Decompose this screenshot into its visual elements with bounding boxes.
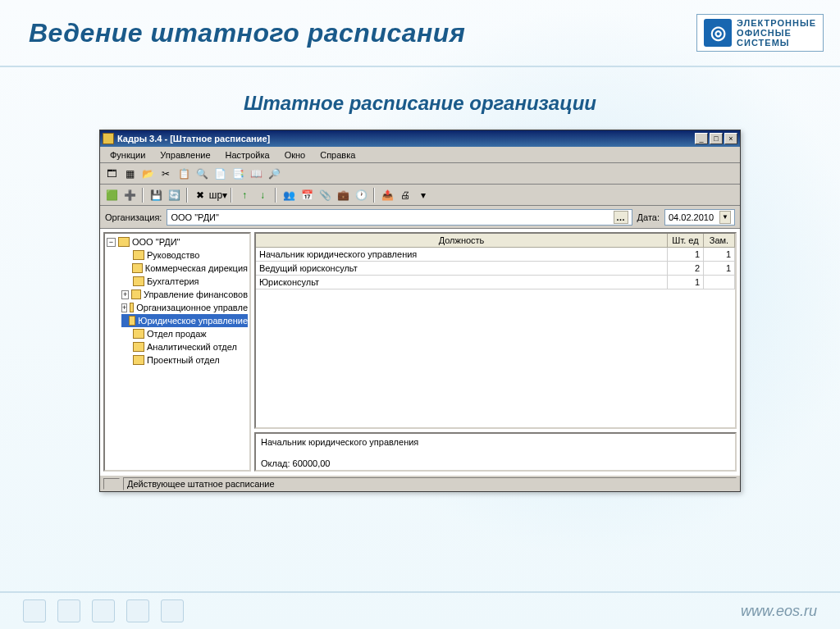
briefcase-icon[interactable]: 💼 [335, 187, 351, 203]
slide-title: Ведение штатного расписания [29, 18, 465, 48]
maximize-button[interactable]: □ [710, 133, 723, 144]
slide-subtitle: Штатное расписание организации [0, 92, 840, 115]
table-row[interactable]: Ведущий юрисконсульт21 [256, 262, 735, 276]
positions-grid[interactable]: Должность Шт. ед Зам. Начальник юридичес… [254, 232, 737, 429]
org-tree[interactable]: − ООО "РДИ" РуководствоКоммерческая дире… [103, 232, 251, 472]
expand-icon[interactable]: + [121, 290, 129, 299]
expand-icon[interactable]: + [121, 303, 127, 312]
toggle-icon[interactable]: шр▾ [210, 187, 226, 203]
list-icon[interactable]: 📑 [230, 166, 246, 182]
folder-icon [130, 303, 134, 312]
card-icon[interactable]: 🗔 [103, 166, 120, 182]
tree-node-label: Организационное управле [136, 303, 248, 312]
calendar-icon[interactable]: 📅 [299, 187, 315, 203]
tree-node[interactable]: Бухгалтерия [121, 275, 248, 288]
cell: 1 [704, 262, 735, 275]
menu-window[interactable]: Окно [278, 148, 313, 162]
zoom-icon[interactable]: 🔎 [266, 166, 282, 182]
cell: 1 [668, 248, 704, 261]
org-browse-button[interactable]: … [614, 211, 628, 224]
menu-help[interactable]: Справка [313, 148, 362, 162]
table-row[interactable]: Начальник юридического управления11 [256, 248, 735, 262]
delete-icon[interactable]: ✖ [192, 187, 208, 203]
new-icon[interactable]: 🟩 [103, 187, 120, 203]
menu-management[interactable]: Управление [153, 148, 217, 162]
add-icon[interactable]: ➕ [121, 187, 138, 203]
refresh-icon[interactable]: 🔄 [166, 187, 182, 203]
folder-icon [133, 342, 144, 352]
tree-node[interactable]: Отдел продаж [121, 327, 248, 340]
tree-node-label: Аналитический отдел [147, 342, 237, 352]
tree-node[interactable]: Юридическое управление [121, 314, 248, 327]
search-icon[interactable]: 🔍 [194, 166, 210, 182]
date-dropdown-button[interactable]: ▼ [719, 211, 731, 224]
col-position[interactable]: Должность [256, 234, 668, 247]
menu-functions[interactable]: Функции [103, 148, 152, 162]
close-button[interactable]: × [724, 133, 737, 144]
folder-icon [133, 329, 144, 339]
tree-node[interactable]: +Организационное управле [121, 301, 248, 314]
dropdown-icon[interactable]: ▾ [415, 187, 431, 203]
cell: Начальник юридического управления [256, 248, 668, 261]
col-subst[interactable]: Зам. [704, 234, 735, 247]
tree-root[interactable]: − ООО "РДИ" [107, 235, 248, 248]
folder-icon [133, 250, 144, 260]
folder-icon [129, 316, 135, 326]
tree-node[interactable]: Руководство [121, 248, 248, 262]
cell: Ведущий юрисконсульт [256, 262, 668, 275]
doc-icon[interactable]: 📄 [212, 166, 228, 182]
collapse-icon[interactable]: − [107, 238, 116, 247]
grid-icon[interactable]: ▦ [121, 166, 138, 182]
tree-node[interactable]: +Управление финансовов [121, 288, 248, 301]
filter-bar: Организация: ООО "РДИ" … Дата: 04.02.201… [100, 206, 740, 229]
folder-icon [133, 276, 144, 286]
logo-icon: ◎ [704, 19, 732, 47]
logo-line1: ЭЛЕКТРОННЫЕ [737, 18, 816, 28]
col-units[interactable]: Шт. ед [668, 234, 704, 247]
brand-logo: ◎ ЭЛЕКТРОННЫЕ ОФИСНЫЕ СИСТЕМЫ [696, 14, 824, 52]
folder-icon [131, 289, 141, 299]
statusbar: Действующее штатное расписание [100, 475, 740, 491]
print-icon[interactable]: 🖨 [397, 187, 413, 203]
footer-icon-3 [92, 599, 115, 622]
detail-panel: Начальник юридического управления Оклад:… [254, 432, 737, 472]
app-icon [103, 133, 114, 144]
status-indicator [103, 478, 120, 490]
export-icon[interactable]: 📤 [379, 187, 395, 203]
table-row[interactable]: Юрисконсульт1 [256, 276, 735, 289]
footer-icon-1 [23, 599, 46, 622]
logo-line3: СИСТЕМЫ [737, 38, 816, 48]
clock-icon[interactable]: 🕐 [353, 187, 369, 203]
logo-line2: ОФИСНЫЕ [737, 28, 816, 38]
cell: 1 [704, 248, 735, 261]
save-icon[interactable]: 💾 [148, 187, 164, 203]
tree-node-label: Бухгалтерия [147, 276, 199, 286]
tree-node-label: Управление финансовов [144, 289, 248, 299]
tree-node-label: Руководство [147, 250, 199, 260]
scissors-icon[interactable]: ✂ [158, 166, 174, 182]
toolbar-1: 🗔 ▦ 📂 ✂ 📋 🔍 📄 📑 📖 🔎 [100, 163, 740, 185]
tree-node[interactable]: Коммерческая дирекция [121, 262, 248, 275]
titlebar[interactable]: Кадры 3.4 - [Штатное расписание] _ □ × [100, 130, 740, 147]
cell: Юрисконсульт [256, 276, 668, 289]
paste-icon[interactable]: 📋 [176, 166, 192, 182]
window-title: Кадры 3.4 - [Штатное расписание] [117, 134, 270, 144]
down-icon[interactable]: ↓ [254, 187, 271, 203]
tree-node[interactable]: Аналитический отдел [121, 340, 248, 353]
date-value: 04.02.2010 [669, 212, 714, 222]
menubar: Функции Управление Настройка Окно Справк… [100, 147, 740, 163]
date-input[interactable]: 04.02.2010 ▼ [664, 209, 735, 226]
menu-settings[interactable]: Настройка [219, 148, 276, 162]
toolbar-2: 🟩 ➕ 💾 🔄 ✖ шр▾ ↑ ↓ 👥 📅 📎 💼 🕐 📤 🖨 ▾ [100, 185, 740, 206]
org-input[interactable]: ООО "РДИ" … [167, 209, 632, 226]
book-icon[interactable]: 📖 [248, 166, 264, 182]
attach-icon[interactable]: 📎 [317, 187, 333, 203]
footer-icon-5 [161, 599, 184, 622]
up-icon[interactable]: ↑ [236, 187, 253, 203]
cell [704, 276, 735, 289]
minimize-button[interactable]: _ [695, 133, 708, 144]
users-icon[interactable]: 👥 [281, 187, 297, 203]
footer-url: www.eos.ru [741, 603, 817, 620]
tree-node[interactable]: Проектный отдел [121, 353, 248, 367]
open-icon[interactable]: 📂 [139, 166, 156, 182]
